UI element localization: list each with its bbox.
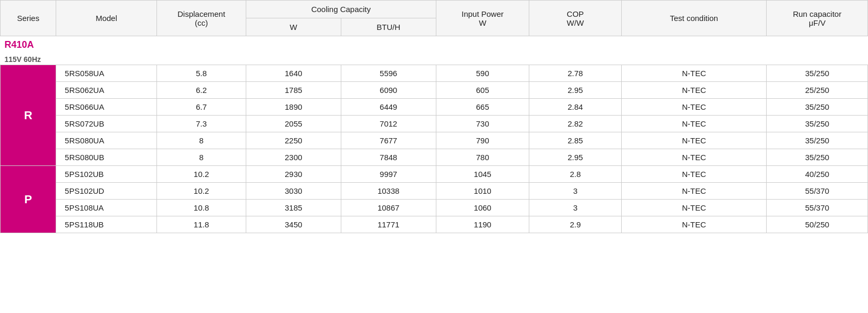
input-pow-cell: 790: [436, 132, 529, 149]
header-cool-btu: BTU/H: [341, 18, 436, 36]
input-pow-cell: 590: [436, 65, 529, 82]
displacement-cell: 10.8: [156, 200, 246, 216]
header-test-condition: Test condition: [621, 1, 767, 36]
test-cell: N-TEC: [621, 149, 767, 166]
table-row: P5PS102UB10.22930999710452.8N-TEC40/250: [1, 166, 868, 183]
cool-btu-cell: 6449: [341, 99, 436, 116]
table-row: 5RS080UA8225076777902.85N-TEC35/250: [1, 132, 868, 149]
cop-cell: 3: [529, 183, 622, 200]
model-cell: 5PS108UA: [56, 200, 156, 216]
model-cell: 5RS062UA: [56, 82, 156, 99]
test-cell: N-TEC: [621, 200, 767, 216]
displacement-cell: 8: [156, 149, 246, 166]
main-table-wrapper: Series Model Displacement (cc) Cooling C…: [0, 0, 868, 233]
displacement-cell: 5.8: [156, 65, 246, 82]
displacement-cell: 8: [156, 132, 246, 149]
cop-cell: 2.84: [529, 99, 622, 116]
cop-cell: 2.85: [529, 132, 622, 149]
cool-w-cell: 2055: [246, 116, 341, 132]
table-body: R410A 115V 60Hz R5RS058UA5.8164055965902…: [1, 36, 868, 233]
test-cell: N-TEC: [621, 216, 767, 233]
displacement-cell: 6.7: [156, 99, 246, 116]
displacement-cell: 10.2: [156, 166, 246, 183]
cop-cell: 2.82: [529, 116, 622, 132]
model-cell: 5PS118UB: [56, 216, 156, 233]
input-pow-cell: 1010: [436, 183, 529, 200]
header-displacement: Displacement (cc): [156, 1, 246, 36]
header-cool-w: W: [246, 18, 341, 36]
table-header-main: Series Model Displacement (cc) Cooling C…: [1, 1, 868, 18]
cool-btu-cell: 7848: [341, 149, 436, 166]
cool-btu-cell: 5596: [341, 65, 436, 82]
series-cell: R: [1, 65, 56, 166]
cool-btu-cell: 9997: [341, 166, 436, 183]
run-cap-cell: 55/370: [767, 200, 868, 216]
cool-w-cell: 3030: [246, 183, 341, 200]
header-run-capacitor: Run capacitor μF/V: [767, 1, 868, 36]
test-cell: N-TEC: [621, 99, 767, 116]
input-pow-cell: 780: [436, 149, 529, 166]
model-cell: 5RS080UA: [56, 132, 156, 149]
input-pow-cell: 605: [436, 82, 529, 99]
model-cell: 5RS080UB: [56, 149, 156, 166]
cool-btu-cell: 6090: [341, 82, 436, 99]
model-cell: 5RS072UB: [56, 116, 156, 132]
run-cap-cell: 55/370: [767, 183, 868, 200]
test-cell: N-TEC: [621, 132, 767, 149]
section-r410a-row: R410A: [1, 36, 868, 52]
table-row: 5RS062UA6.2178560906052.95N-TEC25/250: [1, 82, 868, 99]
table-row: R5RS058UA5.8164055965902.78N-TEC35/250: [1, 65, 868, 82]
table-row: 5PS108UA10.831851086710603N-TEC55/370: [1, 200, 868, 216]
model-cell: 5PS102UD: [56, 183, 156, 200]
header-cooling-capacity: Cooling Capacity: [246, 1, 436, 18]
cool-w-cell: 3450: [246, 216, 341, 233]
test-cell: N-TEC: [621, 116, 767, 132]
header-model: Model: [56, 1, 156, 36]
run-cap-cell: 50/250: [767, 216, 868, 233]
table-row: 5RS066UA6.7189064496652.84N-TEC35/250: [1, 99, 868, 116]
displacement-cell: 11.8: [156, 216, 246, 233]
model-cell: 5RS058UA: [56, 65, 156, 82]
run-cap-cell: 40/250: [767, 166, 868, 183]
cool-w-cell: 2250: [246, 132, 341, 149]
cop-cell: 2.95: [529, 82, 622, 99]
cool-btu-cell: 10338: [341, 183, 436, 200]
table-row: 5PS118UB11.834501177111902.9N-TEC50/250: [1, 216, 868, 233]
run-cap-cell: 35/250: [767, 132, 868, 149]
cop-cell: 2.78: [529, 65, 622, 82]
cop-cell: 2.9: [529, 216, 622, 233]
section-voltage-row: 115V 60Hz: [1, 51, 868, 65]
run-cap-cell: 35/250: [767, 149, 868, 166]
r410a-label: R410A: [5, 39, 34, 50]
test-cell: N-TEC: [621, 65, 767, 82]
model-cell: 5PS102UB: [56, 166, 156, 183]
cool-w-cell: 3185: [246, 200, 341, 216]
run-cap-cell: 35/250: [767, 116, 868, 132]
model-cell: 5RS066UA: [56, 99, 156, 116]
run-cap-cell: 35/250: [767, 99, 868, 116]
test-cell: N-TEC: [621, 166, 767, 183]
table-row: 5RS072UB7.3205570127302.82N-TEC35/250: [1, 116, 868, 132]
series-cell: P: [1, 166, 56, 233]
cool-btu-cell: 11771: [341, 216, 436, 233]
test-cell: N-TEC: [621, 82, 767, 99]
cool-w-cell: 1890: [246, 99, 341, 116]
cool-w-cell: 1785: [246, 82, 341, 99]
input-pow-cell: 1190: [436, 216, 529, 233]
voltage-label: 115V 60Hz: [5, 55, 41, 64]
table-row: 5PS102UD10.230301033810103N-TEC55/370: [1, 183, 868, 200]
cool-btu-cell: 10867: [341, 200, 436, 216]
header-input-power: Input Power W: [436, 1, 529, 36]
input-pow-cell: 730: [436, 116, 529, 132]
displacement-cell: 10.2: [156, 183, 246, 200]
cop-cell: 2.8: [529, 166, 622, 183]
cool-w-cell: 2930: [246, 166, 341, 183]
displacement-cell: 6.2: [156, 82, 246, 99]
run-cap-cell: 35/250: [767, 65, 868, 82]
displacement-cell: 7.3: [156, 116, 246, 132]
cool-btu-cell: 7677: [341, 132, 436, 149]
input-pow-cell: 1060: [436, 200, 529, 216]
run-cap-cell: 25/250: [767, 82, 868, 99]
header-cop: COP W/W: [529, 1, 622, 36]
input-pow-cell: 665: [436, 99, 529, 116]
